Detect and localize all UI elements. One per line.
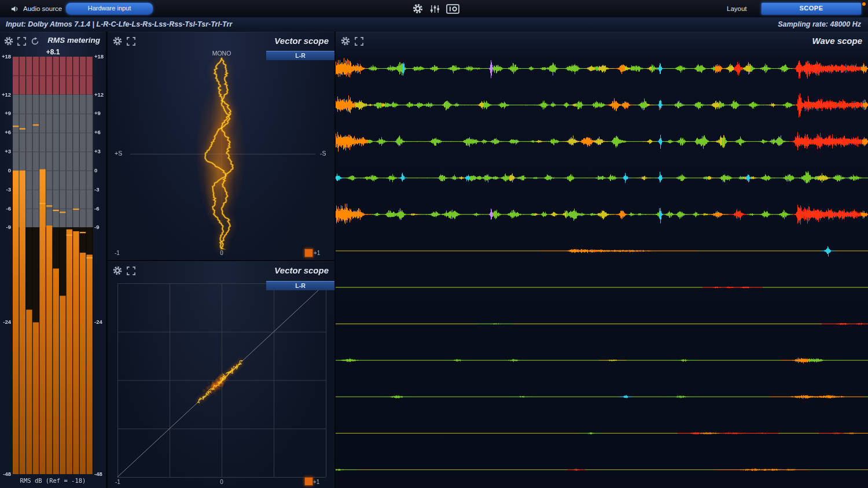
rms-scale-label-right: +9	[94, 110, 106, 116]
rms-scale-label-left: -24	[1, 319, 11, 325]
axis-label-neg1: -1	[115, 479, 120, 485]
hardware-input-button[interactable]: Hardware input	[65, 2, 153, 15]
audio-source-label: Audio source	[23, 0, 62, 17]
status-dot	[862, 2, 866, 6]
rms-scale-label-right: 0	[94, 167, 106, 173]
vec2-panel-header: Vector scope	[108, 261, 334, 280]
sampling-rate-text: Sampling rate: 48000 Hz	[778, 17, 861, 32]
vector-scope-panel-bottom: Vector scope L-R -1 0 +1	[108, 261, 334, 488]
rms-scale-label-left: -9	[1, 224, 11, 230]
axis-label-pos1: +1	[314, 250, 320, 256]
input-format-text: Input: Dolby Atmos 7.1.4 | L-R-C-Lfe-Ls-…	[6, 17, 232, 32]
settings-gear-icon[interactable]	[412, 3, 424, 14]
rms-scale-label-right: -48	[94, 471, 106, 477]
wave-scope-canvas	[336, 50, 868, 488]
speaker-icon	[10, 5, 19, 13]
rms-scale-label-right: -3	[94, 186, 106, 193]
minus-s-label: -S	[320, 150, 326, 157]
vec1-panel-header: Vector scope	[108, 32, 334, 50]
rms-scale-label-right: +3	[94, 148, 106, 154]
rms-footer-label: RMS dB (Ref = -18)	[0, 477, 106, 484]
rms-scale-label-left: -3	[1, 186, 11, 193]
panel-title: Wave scope	[812, 36, 862, 46]
wave-panel-header: Wave scope	[336, 32, 868, 50]
scope-button[interactable]: SCOPE	[761, 2, 862, 15]
info-bar: Input: Dolby Atmos 7.1.4 | L-R-C-Lfe-Ls-…	[0, 17, 868, 32]
vector-scope-canvas	[108, 261, 334, 488]
rms-scale-label-left: +12	[1, 91, 11, 98]
axis-label-pos1: +1	[313, 479, 319, 485]
fullscreen-icon[interactable]	[355, 37, 363, 46]
rms-scale-label-right: -9	[94, 224, 106, 230]
gear-icon[interactable]	[112, 36, 123, 46]
axis-label-zero: 0	[218, 250, 226, 256]
top-bar: Audio source Hardware input Layout SCOPE	[0, 0, 868, 18]
rms-scale-label-right: +18	[94, 53, 106, 60]
rms-scale-label-left: -48	[1, 471, 11, 477]
mono-label: MONO	[204, 50, 239, 57]
rms-scale-label-right: +12	[94, 91, 106, 98]
fullscreen-icon[interactable]	[127, 37, 135, 46]
layout-button[interactable]: Layout	[727, 0, 747, 17]
rms-scale-label-left: +9	[1, 110, 11, 116]
rms-scale-label-left: +3	[1, 148, 11, 154]
clip-indicator[interactable]	[304, 249, 313, 257]
fullscreen-icon[interactable]	[127, 267, 135, 275]
rms-scale: +18+18+12+12+9+9+6+6+3+300-3-3-6-6-9-9-2…	[0, 32, 106, 488]
gear-icon[interactable]	[112, 265, 123, 276]
axis-label-zero: 0	[218, 479, 226, 485]
vector-scope-panel-top: Vector scope L-R MONO +S -S -1 0 +1	[108, 32, 334, 260]
axis-label-neg1: -1	[115, 250, 120, 256]
rms-scale-label-left: +6	[1, 129, 11, 135]
rms-scale-label-left: 0	[1, 167, 11, 173]
io-icon[interactable]	[446, 4, 459, 14]
lr-mode-button[interactable]: L-R	[266, 51, 334, 60]
vector-scope-canvas	[108, 32, 334, 260]
audio-source-button[interactable]: Audio source	[10, 0, 62, 17]
rms-scale-label-left: -6	[1, 205, 11, 212]
sliders-icon[interactable]	[430, 4, 440, 14]
rms-metering-panel: RMS metering +8.1 +18+18+12+12+9+9+6+6+3…	[0, 32, 106, 488]
rms-scale-label-right: -6	[94, 205, 106, 212]
rms-scale-label-left: +18	[1, 53, 11, 60]
rms-scale-label-right: +6	[94, 129, 106, 135]
clip-indicator[interactable]	[304, 477, 313, 486]
plus-s-label: +S	[115, 150, 122, 157]
panel-title: Vector scope	[274, 36, 329, 46]
wave-scope-panel: Wave scope	[336, 32, 868, 488]
panel-title: Vector scope	[274, 265, 329, 275]
gear-icon[interactable]	[340, 36, 351, 46]
lr-mode-button[interactable]: L-R	[266, 281, 334, 290]
rms-scale-label-right: -24	[94, 319, 106, 325]
